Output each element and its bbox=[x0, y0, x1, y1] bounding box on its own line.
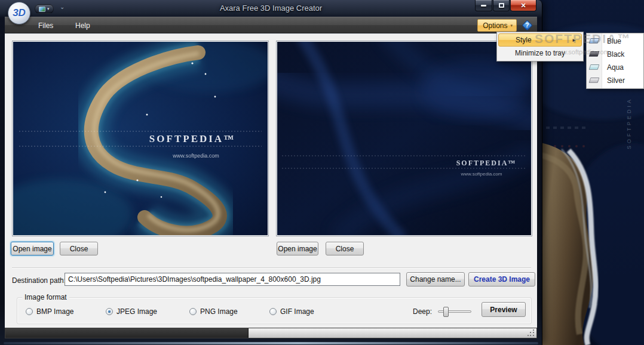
statusbar-right-panel bbox=[249, 328, 536, 338]
destination-path-label: Destination path: bbox=[12, 276, 66, 285]
screen: SOFTPEDIA Axara Free 3D Image Creator 3D… bbox=[0, 0, 644, 345]
svg-text:SOFTPEDIA™: SOFTPEDIA™ bbox=[456, 159, 517, 167]
destination-path-input[interactable] bbox=[65, 273, 400, 286]
maximize-icon bbox=[499, 3, 504, 8]
radio-circle-checked-icon bbox=[106, 308, 113, 315]
radio-circle-icon bbox=[269, 308, 277, 315]
menu-files[interactable]: Files bbox=[33, 20, 58, 31]
radio-gif-image[interactable]: GIF Image bbox=[269, 307, 314, 316]
style-aqua-icon bbox=[589, 64, 600, 70]
menu-item-minimize-to-tray[interactable]: Minimize to tray bbox=[498, 47, 582, 60]
deep-label: Deep: bbox=[413, 307, 432, 316]
toolbar-chevron-icon[interactable]: ⌄ bbox=[60, 4, 65, 10]
left-close-button[interactable]: Close bbox=[60, 242, 98, 255]
minimize-button[interactable] bbox=[475, 0, 492, 11]
window-title: Axara Free 3D Image Creator bbox=[0, 4, 542, 13]
help-diamond-icon: ? bbox=[522, 20, 532, 30]
quick-access-toolbar[interactable]: ▾ bbox=[35, 4, 54, 14]
style-silver-icon bbox=[589, 78, 600, 83]
radio-circle-icon bbox=[26, 308, 33, 315]
window-bottom-glow bbox=[4, 342, 538, 344]
menu-help[interactable]: Help bbox=[70, 20, 95, 31]
right-open-image-button[interactable]: Open image bbox=[277, 242, 318, 255]
left-image-panel: SOFTPEDIA™ www.softpedia.com bbox=[12, 41, 269, 236]
window-controls: ✕ bbox=[474, 0, 536, 11]
app-window: Axara Free 3D Image Creator 3D ▾ ⌄ ✕ Fil… bbox=[0, 0, 542, 345]
svg-text:SOFTPEDIA™: SOFTPEDIA™ bbox=[149, 133, 235, 144]
left-open-image-button[interactable]: Open image bbox=[11, 242, 54, 255]
submenu-item-silver[interactable]: Silver bbox=[587, 74, 643, 87]
statusbar bbox=[5, 328, 537, 338]
minimize-icon bbox=[481, 5, 486, 7]
submenu-item-blue[interactable]: Blue bbox=[587, 35, 643, 48]
submenu-arrow-icon: ► bbox=[572, 38, 576, 43]
radio-jpeg-image[interactable]: JPEG Image bbox=[106, 307, 157, 316]
options-dropdown-menu: Style ► Minimize to tray bbox=[496, 32, 584, 61]
style-black-icon bbox=[589, 51, 600, 57]
left-image: SOFTPEDIA™ www.softpedia.com bbox=[13, 42, 268, 235]
options-menu-button[interactable]: Options ▾ bbox=[477, 19, 517, 32]
titlebar[interactable]: Axara Free 3D Image Creator 3D ▾ ⌄ ✕ bbox=[0, 0, 542, 17]
close-button[interactable]: ✕ bbox=[510, 0, 536, 11]
create-3d-image-button[interactable]: Create 3D Image bbox=[468, 272, 535, 287]
client-area: SOFTPEDIA™ www.softpedia.com bbox=[5, 33, 537, 328]
radio-circle-icon bbox=[189, 308, 197, 315]
image-thumbnail-icon bbox=[39, 7, 45, 12]
resize-grip[interactable] bbox=[528, 329, 535, 337]
right-image: SOFTPEDIA™ www.softpedia.com bbox=[277, 42, 531, 235]
image-format-label: Image format bbox=[22, 293, 69, 301]
submenu-item-aqua[interactable]: Aqua bbox=[587, 61, 643, 74]
style-submenu: Blue Black Aqua Silver bbox=[586, 33, 644, 89]
app-logo-3d-icon[interactable]: 3D bbox=[8, 2, 30, 24]
statusbar-left-panel bbox=[5, 328, 249, 338]
maximize-button[interactable] bbox=[493, 0, 510, 11]
style-blue-icon bbox=[589, 38, 600, 44]
radio-bmp-image[interactable]: BMP Image bbox=[26, 307, 73, 316]
right-close-button[interactable]: Close bbox=[326, 242, 364, 255]
right-image-panel: SOFTPEDIA™ www.softpedia.com bbox=[276, 41, 532, 236]
help-button[interactable]: ? bbox=[522, 20, 533, 31]
svg-text:www.softpedia.com: www.softpedia.com bbox=[172, 153, 219, 159]
deep-slider-track[interactable] bbox=[438, 310, 471, 313]
caret-down-icon: ▾ bbox=[47, 7, 50, 11]
preview-button[interactable]: Preview bbox=[482, 302, 526, 317]
close-icon: ✕ bbox=[520, 2, 526, 10]
desktop-vertical-watermark: SOFTPEDIA bbox=[626, 97, 632, 149]
image-format-group: Image format BMP Image JPEG Image PNG Im… bbox=[17, 297, 532, 324]
svg-text:www.softpedia.com: www.softpedia.com bbox=[461, 171, 502, 177]
deep-slider-thumb[interactable] bbox=[443, 307, 449, 317]
separator bbox=[12, 267, 531, 269]
radio-png-image[interactable]: PNG Image bbox=[189, 307, 238, 316]
menubar: Files Help Options ▾ ? bbox=[5, 17, 537, 33]
submenu-item-black[interactable]: Black bbox=[587, 48, 643, 61]
change-name-button[interactable]: Change name... bbox=[406, 272, 465, 287]
caret-down-icon: ▾ bbox=[510, 23, 513, 28]
menu-item-style[interactable]: Style ► bbox=[498, 33, 582, 47]
